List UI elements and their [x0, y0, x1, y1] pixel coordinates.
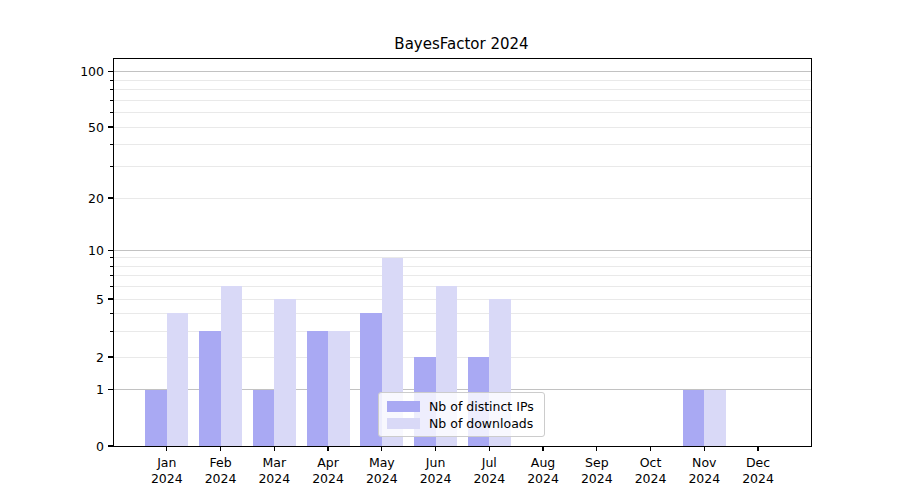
y-tick-label: 2: [64, 350, 104, 365]
bar-downloads-mar: [274, 299, 296, 446]
y-minor-tick-mark: [110, 80, 113, 81]
y-minor-gridline: [114, 166, 811, 167]
y-minor-gridline: [114, 144, 811, 145]
legend-swatch-distinct-ips: [387, 401, 420, 412]
bar-distinct-ips-mar: [253, 390, 275, 447]
y-minor-tick-mark: [110, 331, 113, 332]
legend-swatch-downloads: [387, 418, 420, 429]
bar-downloads-feb: [221, 286, 243, 446]
bar-distinct-ips-apr: [307, 331, 329, 446]
y-tick-mark: [108, 197, 113, 198]
x-tick-mark: [757, 447, 758, 451]
y-minor-gridline: [114, 89, 811, 90]
legend-label-downloads: Nb of downloads: [429, 416, 533, 431]
y-minor-tick-mark: [110, 257, 113, 258]
chart-figure: BayesFactor 2024 0125102050100Jan 2024Fe…: [0, 0, 900, 500]
y-major-gridline: [114, 71, 811, 72]
y-minor-gridline: [114, 313, 811, 314]
legend-item-distinct-ips: Nb of distinct IPs: [387, 399, 536, 414]
y-tick-mark: [108, 445, 113, 446]
y-minor-gridline: [114, 112, 811, 113]
x-tick-mark: [327, 447, 328, 451]
x-tick-mark: [650, 447, 651, 451]
y-minor-gridline: [114, 127, 811, 128]
y-major-gridline: [114, 250, 811, 251]
chart-title: BayesFactor 2024: [113, 35, 810, 53]
bar-distinct-ips-feb: [199, 331, 221, 446]
x-tick-mark: [596, 447, 597, 451]
x-tick-mark: [166, 447, 167, 451]
y-tick-label: 10: [64, 243, 104, 258]
bar-downloads-nov: [704, 390, 726, 447]
bar-downloads-apr: [328, 331, 350, 446]
y-minor-tick-mark: [110, 286, 113, 287]
x-tick-mark: [381, 447, 382, 451]
x-tick-mark: [542, 447, 543, 451]
x-tick-mark: [489, 447, 490, 451]
y-minor-tick-mark: [110, 112, 113, 113]
y-tick-label: 100: [64, 64, 104, 79]
y-minor-tick-mark: [110, 89, 113, 90]
bar-distinct-ips-nov: [683, 390, 705, 447]
y-minor-tick-mark: [110, 144, 113, 145]
y-tick-label: 0: [64, 439, 104, 454]
y-minor-tick-mark: [110, 266, 113, 267]
bar-distinct-ips-jan: [145, 390, 167, 447]
y-minor-gridline: [114, 257, 811, 258]
y-tick-mark: [108, 298, 113, 299]
y-minor-tick-mark: [110, 275, 113, 276]
x-tick-label: Dec 2024: [726, 455, 790, 486]
y-tick-mark: [108, 389, 113, 390]
legend-item-downloads: Nb of downloads: [387, 416, 536, 431]
y-minor-gridline: [114, 286, 811, 287]
y-tick-mark: [108, 126, 113, 127]
x-tick-mark: [274, 447, 275, 451]
y-tick-mark: [108, 250, 113, 251]
y-tick-label: 20: [64, 191, 104, 206]
bar-downloads-jan: [167, 313, 189, 446]
y-tick-label: 50: [64, 120, 104, 135]
y-minor-gridline: [114, 100, 811, 101]
y-minor-gridline: [114, 275, 811, 276]
legend: Nb of distinct IPs Nb of downloads: [378, 392, 545, 437]
y-minor-gridline: [114, 198, 811, 199]
legend-label-distinct-ips: Nb of distinct IPs: [429, 399, 534, 414]
plot-area: 0125102050100Jan 2024Feb 2024Mar 2024Apr…: [113, 58, 812, 447]
y-minor-tick-mark: [110, 313, 113, 314]
y-minor-gridline: [114, 299, 811, 300]
y-minor-gridline: [114, 80, 811, 81]
x-tick-mark: [704, 447, 705, 451]
y-minor-tick-mark: [110, 100, 113, 101]
x-tick-mark: [220, 447, 221, 451]
y-tick-label: 5: [64, 292, 104, 307]
y-tick-mark: [108, 356, 113, 357]
y-tick-mark: [108, 71, 113, 72]
y-tick-label: 1: [64, 382, 104, 397]
y-minor-gridline: [114, 266, 811, 267]
x-tick-mark: [435, 447, 436, 451]
y-minor-tick-mark: [110, 166, 113, 167]
